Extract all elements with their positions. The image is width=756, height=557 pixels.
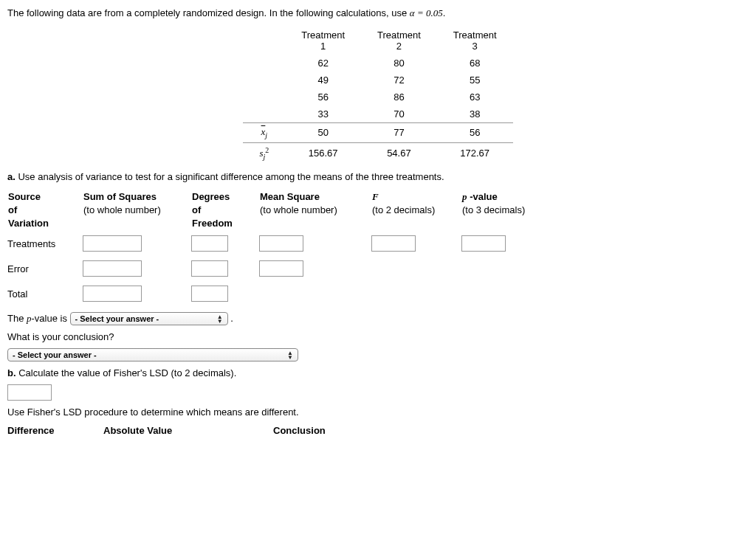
updown-icon: ▲▼: [217, 314, 223, 323]
anova-head-ss: Sum of Squares (to whole number): [83, 190, 191, 232]
anova-rowlabel-total: Total: [7, 281, 83, 306]
part-a-label: a.: [7, 171, 16, 182]
mean-symbol: xj: [243, 123, 285, 143]
part-a-text: Use analysis of variance to test for a s…: [18, 171, 444, 182]
fisher-instruction: Use Fisher's LSD procedure to determine …: [7, 406, 749, 418]
conclusion-question: What is your conclusion?: [7, 331, 749, 342]
total-df-input[interactable]: [191, 286, 228, 302]
anova-rowlabel-treatments: Treatments: [7, 231, 83, 256]
table-row: 62 80 68: [243, 55, 512, 72]
treatments-ss-input[interactable]: [83, 235, 142, 252]
part-b-label: b.: [7, 367, 16, 378]
anova-row-error: Error: [7, 256, 551, 281]
lsd-head-absolute: Absolute Value: [103, 425, 251, 436]
lsd-head-conclusion: Conclusion: [273, 425, 421, 436]
treatments-df-input[interactable]: [191, 235, 228, 252]
error-ms-input[interactable]: [259, 260, 303, 277]
conclusion-select[interactable]: - Select your answer - ▲▼: [7, 348, 298, 361]
intro-suffix: .: [443, 7, 446, 18]
fishers-lsd-input[interactable]: [7, 384, 52, 401]
anova-head-p: p p -value-value (to 3 decimals): [461, 190, 551, 232]
anova-rowlabel-error: Error: [7, 256, 83, 281]
intro-prefix: The following data are from a completely…: [7, 7, 410, 18]
col-header-t3: Treatment3: [437, 27, 513, 55]
variance-symbol: sj2: [243, 142, 285, 163]
table-row: 56 86 63: [243, 89, 512, 105]
part-b-text: Calculate the value of Fisher's LSD (to …: [18, 367, 236, 378]
anova-head-ms: Mean Square (to whole number): [259, 190, 371, 232]
anova-table: Source of Variation Sum of Squares (to w…: [7, 190, 551, 307]
lsd-table-header: Difference Absolute Value Conclusion: [7, 425, 749, 436]
treatments-p-input[interactable]: [461, 235, 506, 252]
table-row: 49 72 55: [243, 72, 512, 89]
pvalue-select[interactable]: - Select your answer - ▲▼: [70, 312, 228, 325]
variance-row: sj2 156.67 54.67 172.67: [243, 142, 512, 163]
treatments-f-input[interactable]: [371, 235, 416, 252]
part-b-prompt: b. Calculate the value of Fisher's LSD (…: [7, 367, 749, 378]
anova-row-treatments: Treatments: [7, 231, 551, 256]
intro-text: The following data are from a completely…: [7, 7, 749, 19]
conclusion-select-label: - Select your answer -: [13, 351, 97, 359]
anova-row-total: Total: [7, 281, 551, 306]
alpha-expression: α = 0.05: [410, 7, 443, 18]
col-header-t2: Treatment2: [361, 27, 437, 55]
pvalue-sentence: The p-value is - Select your answer - ▲▼…: [7, 312, 749, 325]
anova-head-f: F (to 2 decimals): [371, 190, 461, 232]
updown-icon: ▲▼: [287, 350, 293, 359]
treatments-ms-input[interactable]: [259, 235, 303, 252]
pvalue-select-label: - Select your answer -: [75, 315, 159, 323]
anova-head-df: Degrees of Freedom: [191, 190, 259, 232]
table-row: 33 70 38: [243, 105, 512, 123]
lsd-head-difference: Difference: [7, 425, 81, 436]
anova-head-source: Source of Variation: [7, 190, 83, 232]
error-ss-input[interactable]: [83, 260, 142, 277]
error-df-input[interactable]: [191, 260, 228, 277]
mean-row: xj 50 77 56: [243, 123, 512, 143]
part-a-prompt: a. Use analysis of variance to test for …: [7, 171, 749, 182]
col-header-t1: Treatment1: [285, 27, 361, 55]
treatment-data-table: Treatment1 Treatment2 Treatment3 62 80 6…: [243, 27, 512, 164]
total-ss-input[interactable]: [83, 286, 142, 302]
